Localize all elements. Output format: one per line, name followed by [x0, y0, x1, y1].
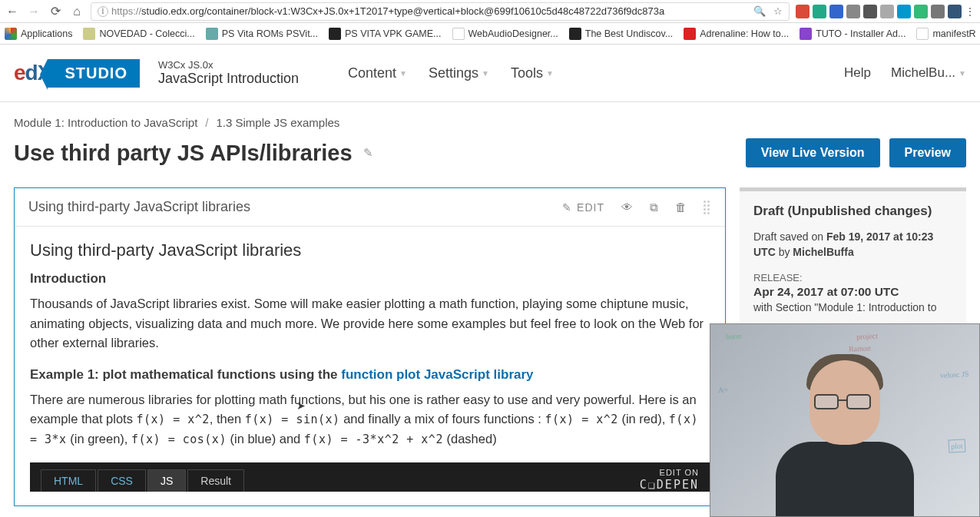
ext-icon[interactable]	[829, 5, 843, 18]
nav-content[interactable]: Content▼	[348, 65, 407, 81]
codepen-tab-html[interactable]: HTML	[41, 469, 96, 492]
codepen-tab-result[interactable]: Result	[187, 469, 244, 492]
example-paragraph: There are numerous libraries for plottin…	[30, 390, 710, 449]
bookmark-item[interactable]: Applications	[5, 28, 72, 40]
view-live-button[interactable]: View Live Version	[746, 138, 880, 167]
ext-icon[interactable]	[931, 5, 945, 18]
function-plot-link[interactable]: function plot JavaScript library	[341, 367, 533, 382]
release-date: Apr 24, 2017 at 07:00 UTC	[753, 285, 952, 299]
intro-paragraph: Thousands of JavaScript libraries exist.…	[30, 294, 710, 353]
back-button[interactable]: ←	[5, 5, 20, 18]
codepen-tab-css[interactable]: CSS	[98, 469, 146, 492]
zoom-icon[interactable]: 🔍	[753, 5, 766, 17]
publish-status-title: Draft (Unpublished changes)	[753, 204, 952, 219]
preview-button[interactable]: Preview	[889, 138, 966, 167]
pencil-icon: ✎	[562, 201, 572, 214]
breadcrumb-section[interactable]: 1.3 Simple JS examples	[216, 116, 339, 129]
pencil-icon[interactable]: ✎	[363, 146, 373, 160]
address-bar[interactable]: i https://studio.edx.org/container/block…	[91, 2, 790, 21]
extension-icons: ⋮	[796, 5, 975, 18]
ext-icon[interactable]	[846, 5, 860, 18]
breadcrumb: Module 1: Introduction to JavaScript / 1…	[14, 116, 966, 129]
webcam-overlay: buon project Ramon A= plot velosc JS	[710, 323, 980, 517]
main-nav: Content▼ Settings▼ Tools▼	[348, 65, 554, 81]
visibility-icon[interactable]: 👁	[621, 201, 633, 214]
codepen-tab-js[interactable]: JS	[147, 469, 186, 492]
content-heading: Using third-party JavaScript libraries	[30, 240, 710, 260]
codepen-embed-header: HTML CSS JS Result EDIT ON C❏DEPEN	[30, 462, 710, 492]
draft-saved-text: Draft saved on Feb 19, 2017 at 10:23 UTC…	[753, 230, 952, 260]
bookmark-item[interactable]: WebAudioDesigner...	[452, 28, 558, 40]
drag-handle-icon[interactable]	[704, 201, 711, 214]
breadcrumb-module[interactable]: Module 1: Introduction to JavaScript	[14, 116, 197, 129]
ext-icon[interactable]	[880, 5, 894, 18]
browser-toolbar: ← → ⟳ ⌂ i https://studio.edx.org/contain…	[0, 0, 980, 23]
duplicate-icon[interactable]: ⧉	[650, 201, 658, 214]
bookmark-item[interactable]: NOVEDAD - Colecci...	[83, 28, 194, 40]
logo[interactable]: edX STUDIO	[14, 59, 140, 88]
bookmark-item[interactable]: Adrenaline: How to...	[684, 28, 789, 40]
help-link[interactable]: Help	[844, 65, 871, 81]
ext-icon[interactable]	[796, 5, 809, 18]
trash-icon[interactable]: 🗑	[675, 201, 687, 214]
course-title[interactable]: JavaScript Introduction	[158, 71, 299, 87]
release-section-text: with Section "Module 1: Introduction to	[753, 300, 952, 316]
release-label: RELEASE:	[753, 272, 952, 283]
bookmark-item[interactable]: manifestR	[916, 28, 975, 40]
bookmark-item[interactable]: The Best Undiscov...	[569, 28, 673, 40]
nav-tools[interactable]: Tools▼	[511, 65, 554, 81]
example-heading: Example 1: plot mathematical functions u…	[30, 367, 710, 383]
ext-icon[interactable]	[863, 5, 877, 18]
block-title: Using third-party JavaScript libraries	[28, 199, 250, 215]
ext-icon[interactable]	[948, 5, 962, 18]
intro-heading: Introduction	[30, 271, 710, 287]
codepen-edit-link[interactable]: EDIT ON C❏DEPEN	[640, 468, 699, 492]
browser-menu-icon[interactable]: ⋮	[965, 5, 975, 18]
page-title: Use third party JS APIs/libraries	[14, 141, 353, 166]
publish-sidebar: Draft (Unpublished changes) Draft saved …	[740, 187, 966, 328]
reload-button[interactable]: ⟳	[48, 4, 63, 18]
content-block: Using third-party JavaScript libraries ✎…	[14, 187, 726, 506]
course-code: W3Cx JS.0x	[158, 59, 299, 71]
forward-button[interactable]: →	[26, 5, 41, 18]
breadcrumb-sep: /	[205, 116, 208, 129]
ext-icon[interactable]	[813, 5, 826, 18]
bookmark-star-icon[interactable]: ☆	[773, 5, 783, 17]
nav-settings[interactable]: Settings▼	[429, 65, 489, 81]
edit-button[interactable]: ✎EDIT	[562, 201, 604, 214]
home-button[interactable]: ⌂	[69, 5, 84, 18]
ext-icon[interactable]	[897, 5, 911, 18]
site-info-icon[interactable]: i	[98, 6, 108, 17]
bookmarks-bar: Applications NOVEDAD - Colecci... PS Vit…	[0, 23, 980, 45]
url-text: https://studio.edx.org/container/block-v…	[111, 5, 753, 17]
bookmark-item[interactable]: PS Vita ROMs PSVit...	[206, 28, 318, 40]
bookmark-item[interactable]: PS VITA VPK GAME...	[329, 28, 442, 40]
user-menu[interactable]: MichelBu...▼	[891, 65, 966, 81]
ext-icon[interactable]	[914, 5, 928, 18]
course-meta: W3Cx JS.0x JavaScript Introduction	[158, 59, 299, 87]
studio-header: edX STUDIO W3Cx JS.0x JavaScript Introdu…	[0, 45, 980, 102]
bookmark-item[interactable]: TUTO - Installer Ad...	[800, 28, 906, 40]
